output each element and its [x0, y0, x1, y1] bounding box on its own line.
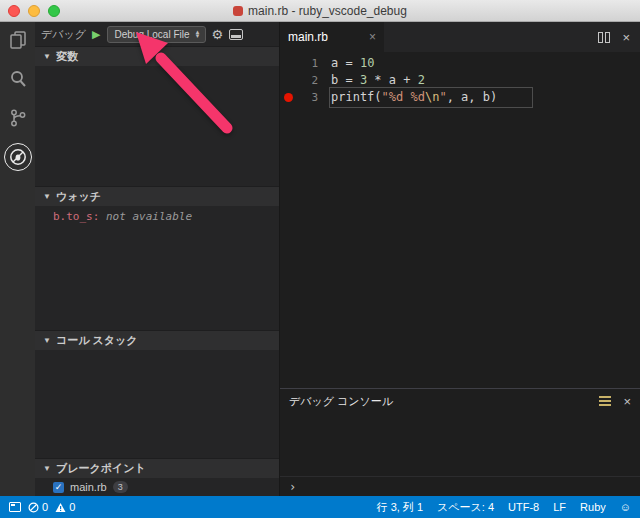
section-label: コール スタック [56, 333, 138, 348]
status-window-icon[interactable] [9, 502, 21, 512]
debug-console-panel: デバッグ コンソール × › [280, 388, 640, 496]
zoom-window-button[interactable] [48, 5, 60, 17]
debug-settings-gear-icon[interactable]: ⚙ [212, 28, 224, 41]
close-panel-icon[interactable]: × [623, 395, 631, 408]
tab-label: main.rb [288, 30, 328, 44]
sidebar-item-search[interactable] [4, 65, 32, 93]
section-header-variables[interactable]: ▼ 変数 [35, 46, 279, 66]
breakpoint-dot[interactable] [284, 93, 293, 102]
explorer-icon [7, 29, 29, 51]
breakpoint-file: main.rb [70, 481, 107, 493]
variables-body [35, 66, 279, 186]
section-label: ブレークポイント [56, 461, 146, 476]
main-area: デバッグ ▶ Debug Local File ▲▼ ⚙ ▼ 変数 ▼ ウォッチ [0, 22, 640, 496]
eol-setting[interactable]: LF [553, 501, 566, 513]
console-output [280, 413, 640, 476]
section-header-watch[interactable]: ▼ ウォッチ [35, 186, 279, 206]
code-text: a = 10 [331, 55, 374, 72]
launch-config-value: Debug Local File [115, 29, 190, 40]
debug-sidebar: デバッグ ▶ Debug Local File ▲▼ ⚙ ▼ 変数 ▼ ウォッチ [35, 22, 280, 496]
line-number: 1 [296, 55, 318, 72]
open-debug-console-icon[interactable] [229, 29, 243, 40]
code-text: printf("%d %d\n", a, b) [331, 89, 531, 106]
breakpoint-checkbox[interactable]: ✓ [53, 482, 64, 493]
titlebar: main.rb - ruby_vscode_debug [0, 0, 640, 22]
sidebar-item-debug[interactable] [4, 143, 32, 171]
tab-close-icon[interactable]: × [369, 30, 376, 44]
traffic-lights [8, 5, 60, 17]
console-input[interactable]: › [280, 476, 640, 496]
search-icon [7, 68, 29, 90]
breakpoint-list-item[interactable]: ✓ main.rb 3 [35, 478, 279, 496]
chevron-down-icon: ▼ [43, 192, 51, 201]
feedback-smiley-icon[interactable]: ☺ [620, 501, 631, 513]
activity-bar [0, 22, 35, 496]
window-title-text: main.rb - ruby_vscode_debug [248, 4, 407, 18]
language-mode[interactable]: Ruby [580, 501, 606, 513]
source-control-icon [7, 107, 29, 129]
chevron-down-icon: ▼ [43, 464, 51, 473]
warning-count: 0 [69, 501, 75, 513]
vscode-window: main.rb - ruby_vscode_debug [0, 0, 640, 518]
panel-actions: × [599, 395, 631, 408]
minimize-window-button[interactable] [28, 5, 40, 17]
section-label: 変数 [56, 49, 78, 64]
status-bar: 0 0 行 3, 列 1 スペース: 4 UTF-8 LF Ruby ☺ [0, 496, 640, 518]
section-header-callstack[interactable]: ▼ コール スタック [35, 330, 279, 350]
cursor-position[interactable]: 行 3, 列 1 [377, 500, 423, 515]
sidebar-title: デバッグ [41, 27, 86, 42]
indent-setting[interactable]: スペース: 4 [437, 500, 494, 515]
section-label: ウォッチ [56, 189, 101, 204]
editor-group: main.rb × × 1a = 102b = 3 * a + 23printf… [280, 22, 640, 496]
sidebar-item-source-control[interactable] [4, 104, 32, 132]
editor-actions: × [598, 22, 640, 52]
code-editor[interactable]: 1a = 102b = 3 * a + 23printf("%d %d\n", … [280, 52, 640, 388]
callstack-body [35, 350, 279, 458]
clear-console-icon[interactable] [599, 396, 611, 406]
console-prompt-icon: › [289, 480, 296, 494]
code-line[interactable]: 3printf("%d %d\n", a, b) [280, 89, 640, 106]
line-number: 2 [296, 72, 318, 89]
line-number: 3 [296, 89, 318, 106]
encoding[interactable]: UTF-8 [508, 501, 539, 513]
code-lines: 1a = 102b = 3 * a + 23printf("%d %d\n", … [280, 55, 640, 106]
start-debug-button[interactable]: ▶ [92, 29, 100, 40]
editor-tabbar: main.rb × × [280, 22, 640, 52]
breakpoint-gutter[interactable] [280, 93, 296, 102]
code-line[interactable]: 1a = 10 [280, 55, 640, 72]
split-editor-icon[interactable] [598, 32, 610, 43]
watch-expression: b.to_s: [53, 210, 99, 223]
document-proxy-icon [233, 6, 243, 16]
debug-toolbar: デバッグ ▶ Debug Local File ▲▼ ⚙ [35, 22, 279, 46]
close-editor-icon[interactable]: × [622, 31, 630, 44]
watch-body: b.to_s: not available [35, 206, 279, 330]
code-line[interactable]: 2b = 3 * a + 2 [280, 72, 640, 89]
watch-value: not available [99, 210, 192, 223]
tab-main-rb[interactable]: main.rb × [280, 22, 384, 52]
panel-tab-debug-console[interactable]: デバッグ コンソール [289, 394, 393, 409]
sidebar-item-explorer[interactable] [4, 26, 32, 54]
chevron-down-icon: ▼ [43, 52, 51, 61]
warning-icon [55, 502, 66, 513]
error-icon [28, 502, 39, 513]
chevron-updown-icon: ▲▼ [195, 30, 201, 38]
breakpoint-line-badge: 3 [113, 481, 128, 493]
watch-expression-item[interactable]: b.to_s: not available [35, 206, 279, 223]
error-count: 0 [42, 501, 48, 513]
chevron-down-icon: ▼ [43, 336, 51, 345]
problems-indicator[interactable]: 0 0 [28, 501, 75, 513]
code-text: b = 3 * a + 2 [331, 72, 425, 89]
debug-icon [8, 147, 28, 167]
window-title: main.rb - ruby_vscode_debug [233, 4, 407, 18]
status-bar-right: 行 3, 列 1 スペース: 4 UTF-8 LF Ruby ☺ [377, 500, 631, 515]
section-header-breakpoints[interactable]: ▼ ブレークポイント [35, 458, 279, 478]
launch-config-select[interactable]: Debug Local File ▲▼ [107, 26, 206, 43]
panel-header: デバッグ コンソール × [280, 389, 640, 413]
close-window-button[interactable] [8, 5, 20, 17]
